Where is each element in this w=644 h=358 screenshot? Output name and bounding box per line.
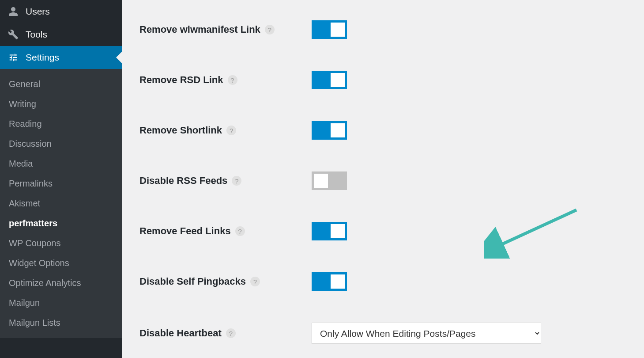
row-self-pingbacks: Disable Self Pingbacks ? xyxy=(139,256,626,307)
help-icon[interactable]: ? xyxy=(235,226,245,236)
toggle-wlwmanifest[interactable] xyxy=(312,20,347,39)
submenu-item-akismet[interactable]: Akismet xyxy=(0,194,122,213)
help-icon[interactable]: ? xyxy=(228,75,237,85)
wrench-icon xyxy=(7,28,19,41)
setting-label: Remove Feed Links ? xyxy=(139,225,312,237)
menu-label: Tools xyxy=(26,29,47,40)
sliders-icon xyxy=(7,51,19,64)
help-icon[interactable]: ? xyxy=(226,126,236,135)
setting-label: Remove Shortlink ? xyxy=(139,125,312,136)
settings-content: Remove wlwmanifest Link ? Remove RSD Lin… xyxy=(122,0,644,358)
setting-label: Disable RSS Feeds ? xyxy=(139,175,312,187)
help-icon[interactable]: ? xyxy=(232,176,241,186)
row-wlwmanifest: Remove wlwmanifest Link ? xyxy=(139,4,626,55)
submenu-item-general[interactable]: General xyxy=(0,74,122,94)
settings-submenu: General Writing Reading Discussion Media… xyxy=(0,69,122,338)
submenu-item-perfmatters[interactable]: perfmatters xyxy=(0,213,122,233)
setting-label: Remove wlwmanifest Link ? xyxy=(139,24,312,35)
menu-item-tools[interactable]: Tools xyxy=(0,23,122,46)
submenu-item-wp-coupons[interactable]: WP Coupons xyxy=(0,233,122,253)
row-rss-feeds: Disable RSS Feeds ? xyxy=(139,156,626,206)
toggle-feed-links[interactable] xyxy=(312,222,347,240)
submenu-item-media[interactable]: Media xyxy=(0,154,122,174)
help-icon[interactable]: ? xyxy=(265,25,275,34)
submenu-item-discussion[interactable]: Discussion xyxy=(0,134,122,154)
user-icon xyxy=(7,5,19,18)
menu-item-users[interactable]: Users xyxy=(0,0,122,23)
menu-label: Settings xyxy=(26,52,59,63)
submenu-item-mailgun[interactable]: Mailgun xyxy=(0,293,122,313)
row-disable-heartbeat: Disable Heartbeat ? Only Allow When Edit… xyxy=(139,307,626,358)
toggle-rsd[interactable] xyxy=(312,71,347,89)
help-icon[interactable]: ? xyxy=(250,277,260,286)
row-feed-links: Remove Feed Links ? xyxy=(139,206,626,256)
menu-item-settings[interactable]: Settings xyxy=(0,46,122,69)
admin-sidebar: Users Tools Settings General Writing Rea… xyxy=(0,0,122,358)
menu-label: Users xyxy=(26,6,50,17)
setting-label: Disable Self Pingbacks ? xyxy=(139,276,312,287)
setting-label: Disable Heartbeat ? xyxy=(139,328,312,339)
row-rsd: Remove RSD Link ? xyxy=(139,55,626,105)
submenu-item-permalinks[interactable]: Permalinks xyxy=(0,174,122,194)
submenu-item-writing[interactable]: Writing xyxy=(0,94,122,114)
submenu-item-widget-options[interactable]: Widget Options xyxy=(0,253,122,273)
row-shortlink: Remove Shortlink ? xyxy=(139,105,626,156)
toggle-self-pingbacks[interactable] xyxy=(312,272,347,291)
help-icon[interactable]: ? xyxy=(226,328,236,338)
toggle-shortlink[interactable] xyxy=(312,121,347,140)
submenu-item-optimize-analytics[interactable]: Optimize Analytics xyxy=(0,273,122,293)
toggle-rss-feeds[interactable] xyxy=(312,171,347,190)
submenu-item-reading[interactable]: Reading xyxy=(0,114,122,134)
setting-label: Remove RSD Link ? xyxy=(139,74,312,86)
submenu-item-mailgun-lists[interactable]: Mailgun Lists xyxy=(0,313,122,333)
select-disable-heartbeat[interactable]: Only Allow When Editing Posts/Pages xyxy=(312,323,541,344)
